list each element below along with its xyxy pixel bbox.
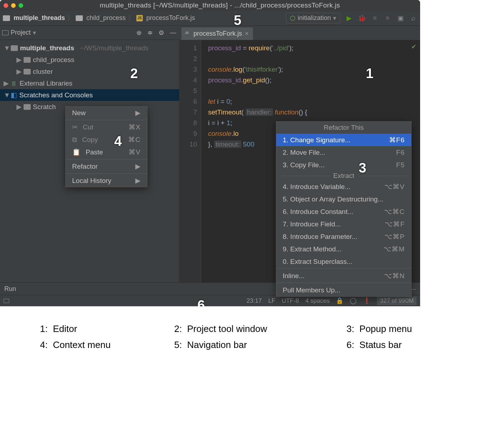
folder-icon [3,15,10,21]
refactor-pull-members-up[interactable]: Pull Members Up... [276,284,411,296]
tree-external-libraries[interactable]: ▶⫼External Libraries [0,77,179,89]
indent-settings[interactable]: 4 spaces [305,297,329,304]
notifications-icon[interactable]: ◯ [350,297,357,304]
tree-item[interactable]: ▶cluster [0,66,179,77]
tree-item[interactable]: ▶child_process [0,54,179,66]
svg-marker-0 [291,16,295,20]
hide-icon[interactable]: — [170,29,176,37]
close-tab-icon[interactable]: × [245,30,249,37]
window-title: multiple_threads [~/WS/multiple_threads]… [23,1,417,9]
submenu-arrow-icon: ▶ [135,109,141,117]
breadcrumb-folder[interactable]: child_process [86,14,126,22]
project-view-icon[interactable] [2,30,9,35]
project-tree[interactable]: ▼multiple_threads~/WS/multiple_threads ▶… [0,40,179,115]
refactor-introduce-field[interactable]: 7. Introduce Field...⌥⌘F [276,218,411,230]
stop-button[interactable]: ■ [371,14,379,22]
callout-number: 2 [130,66,138,81]
refactor-introduce-parameter[interactable]: 8. Introduce Parameter...⌥⌘P [276,230,411,243]
menu-local-history[interactable]: Local History▶ [66,174,147,187]
paste-icon: 📋 [72,148,81,156]
problems-icon[interactable]: ❗ [363,297,371,304]
run-config-label: initialization [298,14,331,22]
submenu-arrow-icon: ▶ [135,176,141,185]
chevron-right-icon: 〉 [67,14,74,22]
chevron-right-icon: 〉 [128,14,134,22]
menu-separator [66,159,147,159]
menu-separator [66,120,147,120]
search-icon[interactable]: ⌕ [409,14,417,22]
refactor-move-file[interactable]: 2. Move File...F6 [276,146,411,159]
refactor-popup[interactable]: Refactor This 1. Change Signature...⌘F6 … [276,121,412,297]
cut-icon: ✂ [72,123,78,131]
locate-icon[interactable]: ⊕ [136,29,142,37]
popup-title: Refactor This [276,122,411,134]
legend: 1: Editor 2: Project tool window 3: Popu… [0,306,504,368]
navigation-bar: multiple_threads 〉 child_process 〉 JS pr… [0,11,420,26]
menu-copy[interactable]: ⧉Copy⌘C [66,133,147,146]
project-panel-title[interactable]: Project [11,29,31,36]
project-panel-header: Project ▾ ⊕ ≑ ⚙ — [0,26,179,40]
editor-tabs: JS processToFork.js × [179,26,420,40]
window-titlebar: multiple_threads [~/WS/multiple_threads]… [0,0,420,11]
js-file-icon: JS [136,15,143,21]
submenu-arrow-icon: ▶ [135,162,141,170]
run-config-selector[interactable]: initialization ▾ [286,13,340,24]
breadcrumb-file[interactable]: processToFork.js [146,14,195,22]
callout-number: 4 [114,134,122,149]
callout-number: 6 [197,298,205,306]
traffic-lights [4,3,23,8]
run-anything-button[interactable]: ▣ [397,14,404,22]
refactor-introduce-variable[interactable]: 4. Introduce Variable...⌥⌘V [276,180,411,193]
run-button[interactable]: ▶ [345,14,353,22]
nodejs-icon [290,15,296,21]
js-file-icon: JS [185,31,191,37]
callout-number: 1 [366,66,373,81]
menu-new[interactable]: New▶ [66,107,147,119]
menu-separator [276,283,411,283]
refactor-introduce-constant[interactable]: 6. Introduce Constant...⌥⌘C [276,205,411,218]
readonly-lock-icon[interactable]: 🔒 [336,297,343,304]
folder-icon [24,57,31,63]
editor-tab[interactable]: JS processToFork.js × [181,27,253,40]
ide-window: multiple_threads [~/WS/multiple_threads]… [0,0,420,306]
settings-icon[interactable]: ⚙ [158,29,164,37]
menu-separator [66,173,147,174]
minimize-icon[interactable] [11,3,16,8]
menu-refactor[interactable]: Refactor▶ [66,160,147,173]
folder-icon [24,69,31,75]
file-encoding[interactable]: UTF-8 [282,297,299,304]
popup-section-label: Extract [333,172,354,180]
refactor-inline[interactable]: Inline...⌥⌘N [276,270,411,282]
run-panel-label: Run [4,285,16,293]
breadcrumb-root[interactable]: multiple_threads [14,14,65,22]
close-icon[interactable] [4,3,8,8]
refactor-destructuring[interactable]: 5. Object or Array Destructuring... [276,193,411,205]
menu-separator [276,268,411,269]
memory-indicator[interactable]: 327 of 990M [377,297,417,305]
refactor-change-signature[interactable]: 1. Change Signature...⌘F6 [276,134,411,146]
refactor-extract-method[interactable]: 9. Extract Method...⌥⌘M [276,243,411,255]
tree-scratches[interactable]: ▼◧Scratches and Consoles [0,89,179,101]
folder-icon [76,15,83,21]
tab-filename: processToFork.js [193,30,242,37]
menu-paste[interactable]: 📋Paste⌘V [66,146,147,158]
debug-button[interactable]: 🐞 [358,14,366,22]
folder-icon [24,104,31,110]
tree-root[interactable]: ▼multiple_threads~/WS/multiple_threads [0,42,179,54]
breadcrumbs[interactable]: multiple_threads 〉 child_process 〉 JS pr… [3,14,195,22]
context-menu[interactable]: New▶ ✂Cut⌘X ⧉Copy⌘C 📋Paste⌘V Refactor▶ L… [65,106,147,187]
cursor-position[interactable]: 23:17 [247,297,262,304]
callout-number: 5 [234,13,241,28]
folder-icon [11,45,18,51]
stop-all-button[interactable]: ■ [384,14,392,22]
chevron-down-icon[interactable]: ▾ [33,29,36,37]
menu-cut[interactable]: ✂Cut⌘X [66,121,147,133]
tool-windows-icon[interactable] [4,299,9,303]
refactor-copy-file[interactable]: 3. Copy File...F5 [276,159,411,171]
library-icon: ⫼ [11,80,17,87]
scratches-icon: ◧ [11,91,17,99]
refactor-extract-superclass[interactable]: 0. Extract Superclass... [276,255,411,268]
collapse-all-icon[interactable]: ≑ [147,29,153,37]
maximize-icon[interactable] [19,3,23,8]
line-separator[interactable]: LF [268,297,275,304]
